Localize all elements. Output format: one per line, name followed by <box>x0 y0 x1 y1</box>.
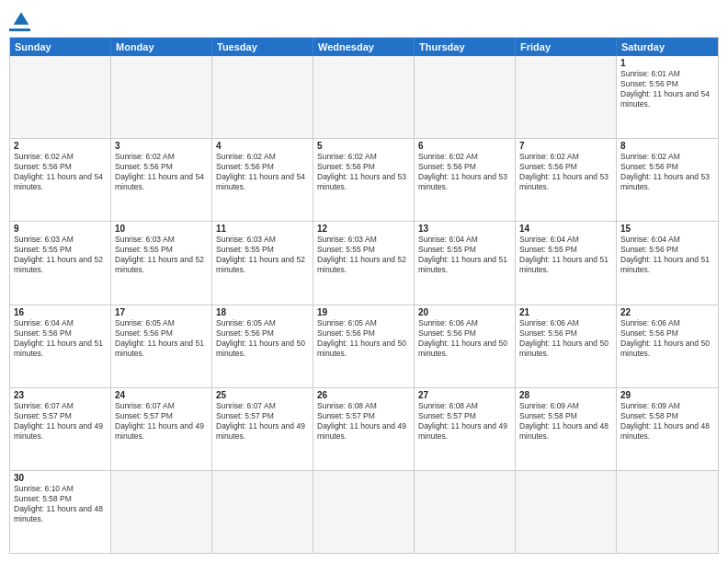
cell-info: Sunrise: 6:03 AM Sunset: 5:55 PM Dayligh… <box>14 235 107 275</box>
day-number: 24 <box>115 390 208 400</box>
calendar-header: SundayMondayTuesdayWednesdayThursdayFrid… <box>10 38 718 56</box>
calendar-cell <box>516 471 617 553</box>
calendar-cell: 28Sunrise: 6:09 AM Sunset: 5:58 PM Dayli… <box>516 388 617 470</box>
calendar-cell: 23Sunrise: 6:07 AM Sunset: 5:57 PM Dayli… <box>10 388 111 470</box>
cell-info: Sunrise: 6:02 AM Sunset: 5:56 PM Dayligh… <box>14 152 107 192</box>
calendar-cell <box>415 471 516 553</box>
calendar-cell: 30Sunrise: 6:10 AM Sunset: 5:58 PM Dayli… <box>10 471 111 553</box>
day-number: 25 <box>216 390 309 400</box>
day-number: 15 <box>620 224 714 234</box>
calendar-week-1: 1Sunrise: 6:01 AM Sunset: 5:56 PM Daylig… <box>10 56 718 139</box>
calendar-cell: 25Sunrise: 6:07 AM Sunset: 5:57 PM Dayli… <box>212 388 313 470</box>
day-number: 22 <box>620 307 714 317</box>
calendar-week-6: 30Sunrise: 6:10 AM Sunset: 5:58 PM Dayli… <box>10 471 718 553</box>
calendar-cell: 10Sunrise: 6:03 AM Sunset: 5:55 PM Dayli… <box>111 222 212 304</box>
day-number: 20 <box>418 307 511 317</box>
logo-text <box>9 9 30 28</box>
calendar-cell: 21Sunrise: 6:06 AM Sunset: 5:56 PM Dayli… <box>516 305 617 387</box>
cell-info: Sunrise: 6:10 AM Sunset: 5:58 PM Dayligh… <box>14 484 107 524</box>
header-day-tuesday: Tuesday <box>212 38 313 56</box>
day-number: 1 <box>620 58 714 68</box>
cell-info: Sunrise: 6:02 AM Sunset: 5:56 PM Dayligh… <box>418 152 511 192</box>
header-day-friday: Friday <box>516 38 617 56</box>
cell-info: Sunrise: 6:08 AM Sunset: 5:57 PM Dayligh… <box>317 401 410 442</box>
header-day-monday: Monday <box>111 38 212 56</box>
cell-info: Sunrise: 6:04 AM Sunset: 5:56 PM Dayligh… <box>620 235 714 275</box>
cell-info: Sunrise: 6:03 AM Sunset: 5:55 PM Dayligh… <box>216 235 309 275</box>
calendar-cell: 22Sunrise: 6:06 AM Sunset: 5:56 PM Dayli… <box>617 305 718 387</box>
cell-info: Sunrise: 6:05 AM Sunset: 5:56 PM Dayligh… <box>216 318 309 359</box>
cell-info: Sunrise: 6:02 AM Sunset: 5:56 PM Dayligh… <box>519 152 612 192</box>
cell-info: Sunrise: 6:05 AM Sunset: 5:56 PM Dayligh… <box>317 318 410 359</box>
day-number: 16 <box>14 307 107 317</box>
calendar-cell: 18Sunrise: 6:05 AM Sunset: 5:56 PM Dayli… <box>212 305 313 387</box>
cell-info: Sunrise: 6:06 AM Sunset: 5:56 PM Dayligh… <box>620 318 714 359</box>
calendar-cell <box>111 56 212 138</box>
cell-info: Sunrise: 6:06 AM Sunset: 5:56 PM Dayligh… <box>519 318 612 359</box>
calendar-cell: 29Sunrise: 6:09 AM Sunset: 5:58 PM Dayli… <box>617 388 718 470</box>
calendar-body: 1Sunrise: 6:01 AM Sunset: 5:56 PM Daylig… <box>10 56 718 553</box>
calendar-cell: 2Sunrise: 6:02 AM Sunset: 5:56 PM Daylig… <box>10 139 111 221</box>
calendar-week-2: 2Sunrise: 6:02 AM Sunset: 5:56 PM Daylig… <box>10 139 718 222</box>
page: SundayMondayTuesdayWednesdayThursdayFrid… <box>0 0 728 563</box>
cell-info: Sunrise: 6:01 AM Sunset: 5:56 PM Dayligh… <box>620 69 714 109</box>
calendar-cell: 27Sunrise: 6:08 AM Sunset: 5:57 PM Dayli… <box>415 388 516 470</box>
cell-info: Sunrise: 6:04 AM Sunset: 5:56 PM Dayligh… <box>14 318 107 359</box>
calendar-cell: 6Sunrise: 6:02 AM Sunset: 5:56 PM Daylig… <box>415 139 516 221</box>
day-number: 8 <box>620 141 714 151</box>
header-day-saturday: Saturday <box>617 38 718 56</box>
day-number: 21 <box>519 307 612 317</box>
calendar-cell: 20Sunrise: 6:06 AM Sunset: 5:56 PM Dayli… <box>415 305 516 387</box>
calendar-cell: 15Sunrise: 6:04 AM Sunset: 5:56 PM Dayli… <box>617 222 718 304</box>
day-number: 12 <box>317 224 410 234</box>
cell-info: Sunrise: 6:02 AM Sunset: 5:56 PM Dayligh… <box>115 152 208 192</box>
cell-info: Sunrise: 6:03 AM Sunset: 5:55 PM Dayligh… <box>317 235 410 275</box>
calendar-week-4: 16Sunrise: 6:04 AM Sunset: 5:56 PM Dayli… <box>10 305 718 388</box>
calendar-cell: 12Sunrise: 6:03 AM Sunset: 5:55 PM Dayli… <box>313 222 415 304</box>
logo-icon <box>12 9 30 28</box>
calendar-cell: 14Sunrise: 6:04 AM Sunset: 5:55 PM Dayli… <box>516 222 617 304</box>
day-number: 10 <box>115 224 208 234</box>
day-number: 4 <box>216 141 309 151</box>
calendar-cell <box>415 56 516 138</box>
calendar-cell: 5Sunrise: 6:02 AM Sunset: 5:56 PM Daylig… <box>313 139 415 221</box>
cell-info: Sunrise: 6:07 AM Sunset: 5:57 PM Dayligh… <box>216 401 309 442</box>
cell-info: Sunrise: 6:07 AM Sunset: 5:57 PM Dayligh… <box>14 401 107 442</box>
cell-info: Sunrise: 6:08 AM Sunset: 5:57 PM Dayligh… <box>418 401 511 442</box>
calendar-cell <box>313 471 415 553</box>
calendar-cell <box>111 471 212 553</box>
day-number: 19 <box>317 307 410 317</box>
calendar-cell <box>617 471 718 553</box>
calendar-week-5: 23Sunrise: 6:07 AM Sunset: 5:57 PM Dayli… <box>10 388 718 471</box>
header-day-thursday: Thursday <box>415 38 516 56</box>
cell-info: Sunrise: 6:02 AM Sunset: 5:56 PM Dayligh… <box>216 152 309 192</box>
day-number: 6 <box>418 141 511 151</box>
header <box>9 9 719 31</box>
calendar-cell: 19Sunrise: 6:05 AM Sunset: 5:56 PM Dayli… <box>313 305 415 387</box>
day-number: 23 <box>14 390 107 400</box>
cell-info: Sunrise: 6:04 AM Sunset: 5:55 PM Dayligh… <box>519 235 612 275</box>
day-number: 3 <box>115 141 208 151</box>
calendar-cell: 26Sunrise: 6:08 AM Sunset: 5:57 PM Dayli… <box>313 388 415 470</box>
day-number: 5 <box>317 141 410 151</box>
calendar-cell: 4Sunrise: 6:02 AM Sunset: 5:56 PM Daylig… <box>212 139 313 221</box>
day-number: 18 <box>216 307 309 317</box>
cell-info: Sunrise: 6:02 AM Sunset: 5:56 PM Dayligh… <box>620 152 714 192</box>
day-number: 2 <box>14 141 107 151</box>
calendar-cell <box>10 56 111 138</box>
calendar-cell <box>313 56 415 138</box>
calendar-cell: 16Sunrise: 6:04 AM Sunset: 5:56 PM Dayli… <box>10 305 111 387</box>
day-number: 27 <box>418 390 511 400</box>
cell-info: Sunrise: 6:05 AM Sunset: 5:56 PM Dayligh… <box>115 318 208 359</box>
day-number: 7 <box>519 141 612 151</box>
svg-marker-0 <box>14 12 29 24</box>
day-number: 11 <box>216 224 309 234</box>
calendar-cell: 13Sunrise: 6:04 AM Sunset: 5:55 PM Dayli… <box>415 222 516 304</box>
cell-info: Sunrise: 6:07 AM Sunset: 5:57 PM Dayligh… <box>115 401 208 442</box>
cell-info: Sunrise: 6:06 AM Sunset: 5:56 PM Dayligh… <box>418 318 511 359</box>
calendar: SundayMondayTuesdayWednesdayThursdayFrid… <box>9 37 719 554</box>
day-number: 14 <box>519 224 612 234</box>
logo <box>9 9 30 31</box>
calendar-week-3: 9Sunrise: 6:03 AM Sunset: 5:55 PM Daylig… <box>10 222 718 304</box>
header-day-wednesday: Wednesday <box>313 38 415 56</box>
